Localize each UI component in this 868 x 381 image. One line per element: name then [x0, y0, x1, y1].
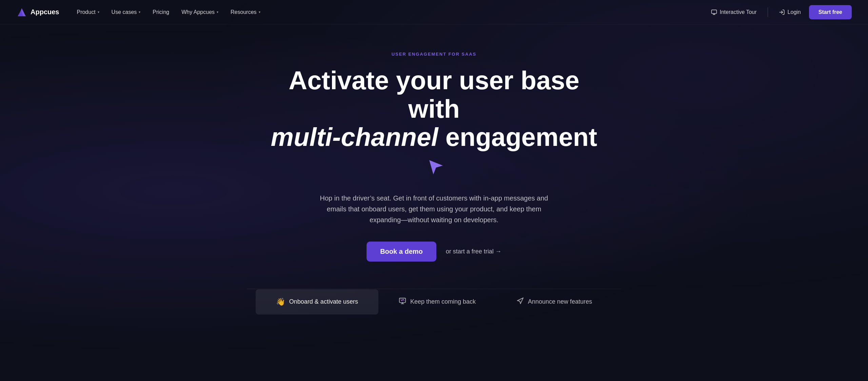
hero-cta: Book a demo or start a free trial →	[367, 242, 501, 262]
navbar: Appcues Product ▾ Use cases ▾ Pricing Wh…	[0, 0, 868, 24]
hero-eyebrow: USER ENGAGEMENT FOR SAAS	[392, 52, 476, 57]
nav-divider	[768, 7, 768, 17]
tab-keep-coming-back[interactable]: Keep them coming back	[378, 289, 496, 315]
brand-name: Appcues	[31, 8, 59, 16]
hero-subtext: Hop in the driver’s seat. Get in front o…	[312, 193, 556, 225]
logo-icon	[16, 7, 27, 18]
logo[interactable]: Appcues	[16, 7, 59, 18]
wave-icon: 👋	[276, 298, 285, 306]
nav-product[interactable]: Product ▾	[71, 6, 104, 18]
interactive-tour-button[interactable]: Interactive Tour	[706, 6, 762, 18]
nav-links: Product ▾ Use cases ▾ Pricing Why Appcue…	[71, 6, 265, 18]
hero-headline: Activate your user base with multi-chann…	[264, 66, 604, 182]
feature-tabs: 👋 Onboard & activate users Keep them com…	[247, 289, 621, 315]
tab-keep-back-label: Keep them coming back	[410, 298, 476, 305]
tab-onboard-label: Onboard & activate users	[289, 298, 358, 305]
nav-left: Appcues Product ▾ Use cases ▾ Pricing Wh…	[16, 6, 266, 18]
svg-rect-2	[711, 10, 716, 14]
tab-announce-features[interactable]: Announce new features	[496, 289, 612, 315]
announce-icon	[516, 297, 524, 307]
chevron-down-icon: ▾	[139, 10, 140, 14]
nav-why-appcues[interactable]: Why Appcues ▾	[176, 6, 224, 18]
retention-icon	[399, 297, 406, 307]
tab-announce-label: Announce new features	[528, 298, 592, 305]
nav-use-cases[interactable]: Use cases ▾	[106, 6, 146, 18]
chevron-down-icon: ▾	[217, 10, 218, 14]
nav-resources[interactable]: Resources ▾	[225, 6, 265, 18]
cursor-icon	[427, 153, 446, 182]
login-button[interactable]: Login	[773, 6, 806, 18]
hero-content: USER ENGAGEMENT FOR SAAS Activate your u…	[231, 24, 637, 335]
monitor-icon	[711, 9, 717, 15]
chevron-down-icon: ▾	[259, 10, 260, 14]
start-free-button[interactable]: Start free	[809, 5, 852, 19]
book-demo-button[interactable]: Book a demo	[367, 242, 436, 262]
free-trial-link[interactable]: or start a free trial →	[446, 248, 501, 255]
login-icon	[779, 9, 785, 15]
nav-right: Interactive Tour Login Start free	[706, 5, 852, 19]
svg-marker-6	[429, 160, 443, 174]
chevron-down-icon: ▾	[98, 10, 99, 14]
hero-italic: multi-channel	[271, 122, 438, 151]
nav-pricing[interactable]: Pricing	[147, 6, 175, 18]
hero-section: USER ENGAGEMENT FOR SAAS Activate your u…	[0, 24, 868, 381]
tab-onboard-activate[interactable]: 👋 Onboard & activate users	[256, 289, 378, 315]
